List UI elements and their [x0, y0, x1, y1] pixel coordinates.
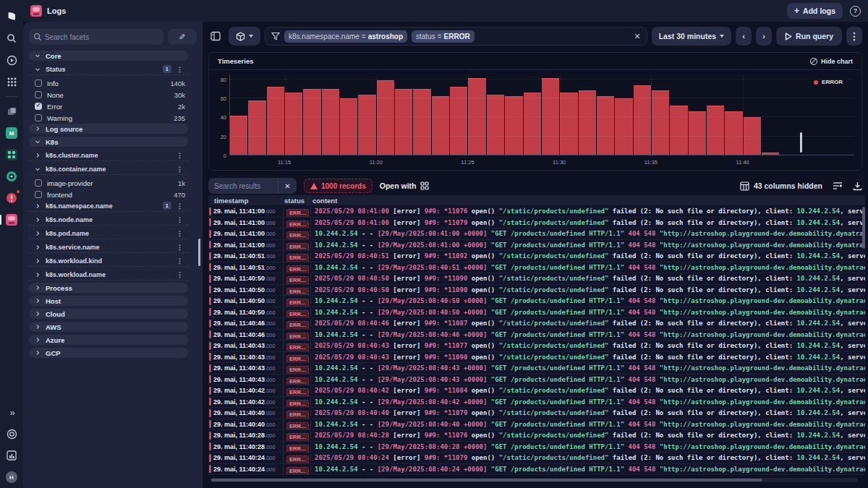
bar[interactable] — [322, 89, 339, 155]
bar[interactable] — [634, 85, 651, 156]
chart-legend[interactable]: ERROR — [814, 79, 843, 85]
wrap-lines-icon[interactable] — [833, 181, 843, 190]
bar[interactable] — [432, 96, 449, 155]
vertical-scrollbar-handle[interactable] — [862, 207, 865, 249]
facet-group-k8s[interactable]: K8s — [29, 137, 188, 147]
table-row[interactable]: 29. mai, 11:40:43.000ERR…10.244.2.54 - -… — [208, 363, 865, 374]
bar[interactable] — [395, 89, 412, 155]
status-badge[interactable]: ERR… — [286, 333, 309, 341]
facet-field-status[interactable]: Status1⋮ — [29, 64, 188, 75]
status-badge[interactable]: ERR… — [286, 231, 309, 239]
table-row[interactable]: 29. mai, 11:40:42.000ERR…2025/05/29 08:4… — [208, 385, 865, 397]
table-row[interactable]: 29. mai, 11:40:50.000ERR…2025/05/29 08:4… — [208, 273, 865, 285]
bar[interactable] — [615, 98, 632, 155]
bar[interactable] — [413, 89, 430, 155]
status-badge[interactable]: ERR… — [286, 276, 309, 284]
download-icon[interactable] — [853, 181, 862, 191]
bar[interactable] — [652, 90, 669, 155]
bar[interactable] — [597, 96, 614, 155]
kebab-menu-icon[interactable]: ⋮ — [176, 166, 182, 173]
checkbox[interactable] — [35, 179, 42, 187]
run-query-button[interactable]: Run query — [776, 27, 842, 46]
table-row[interactable]: 29. mai, 11:40:28.000ERR…10.244.2.54 - -… — [208, 442, 865, 453]
columns-hidden-button[interactable]: 43 columns hidden — [740, 181, 822, 191]
data-source-dropdown[interactable] — [229, 27, 260, 46]
bar[interactable] — [560, 93, 577, 155]
metrics-app-icon[interactable]: M — [4, 126, 19, 140]
bar[interactable] — [689, 111, 706, 155]
add-logs-button[interactable]: Add logs — [787, 3, 843, 19]
status-badge[interactable]: ERR… — [286, 265, 309, 273]
status-badge[interactable]: ERR… — [286, 388, 309, 396]
sidebar-scrollbar[interactable] — [198, 239, 200, 266]
bar[interactable] — [670, 106, 687, 155]
kebab-menu-icon[interactable]: ⋮ — [176, 66, 182, 73]
facet-group-cloud[interactable]: Cloud — [29, 309, 188, 319]
status-badge[interactable]: ERR… — [286, 422, 309, 430]
status-badge[interactable]: ERR… — [286, 254, 309, 262]
table-row[interactable]: 29. mai, 11:41:00.000ERR…10.244.2.54 - -… — [208, 240, 865, 252]
table-row[interactable]: 29. mai, 11:40:43.000ERR…2025/05/29 08:4… — [208, 341, 865, 352]
facet-field-k8s-container-name[interactable]: k8s.container.name⋮ — [29, 163, 188, 175]
facet-option-warning[interactable]: Warning235 — [29, 112, 188, 124]
status-badge[interactable]: ERR… — [286, 299, 309, 307]
horizontal-scrollbar-handle[interactable] — [211, 479, 762, 481]
table-row[interactable]: 29. mai, 11:40:24.000ERR…10.244.2.54 - -… — [208, 464, 865, 476]
table-row[interactable]: 29. mai, 11:40:50.000ERR…10.244.2.54 - -… — [208, 307, 865, 319]
time-range-dropdown[interactable]: Last 30 minutes — [652, 27, 731, 46]
table-row[interactable]: 29. mai, 11:40:51.000ERR…10.244.2.54 - -… — [208, 262, 865, 274]
facet-field-k8s-node-name[interactable]: k8s.node.name⋮ — [29, 214, 188, 226]
status-badge[interactable]: ERR… — [286, 355, 309, 363]
table-row[interactable]: 29. mai, 11:40:24.000ERR…2025/05/29 08:4… — [208, 453, 865, 464]
time-shift-forward-button[interactable]: › — [756, 27, 772, 46]
facet-field-k8s-namespace-name[interactable]: k8s.namespace.name1⋮ — [29, 200, 188, 212]
help-icon[interactable] — [850, 6, 861, 17]
table-row[interactable]: 29. mai, 11:40:42.000ERR…10.244.2.54 - -… — [208, 397, 865, 408]
table-row[interactable]: 29. mai, 11:40:51.000ERR…2025/05/29 08:4… — [208, 251, 865, 262]
kebab-menu-icon[interactable]: ⋮ — [176, 230, 182, 237]
filter-bar[interactable]: k8s.namespace.name=astroshop status=ERRO… — [265, 27, 647, 46]
kebab-menu-icon[interactable]: ⋮ — [176, 244, 182, 251]
facet-option-frontend[interactable]: frontend470 — [29, 189, 188, 200]
kebab-menu-icon[interactable]: ⋮ — [176, 271, 182, 278]
table-row[interactable]: 29. mai, 11:40:40.000ERR…2025/05/29 08:4… — [208, 408, 865, 419]
facet-field-k8s-service-name[interactable]: k8s.service.name⋮ — [29, 241, 188, 253]
checkbox[interactable] — [35, 80, 42, 87]
table-row[interactable]: 29. mai, 11:40:46.000ERR…10.244.2.54 - -… — [208, 330, 865, 341]
facet-field-k8s-cluster-name[interactable]: k8s.cluster.name⋮ — [29, 150, 188, 161]
table-row[interactable]: 29. mai, 11:40:50.000ERR…2025/05/29 08:4… — [208, 285, 865, 296]
facet-option-none[interactable]: None30k — [29, 89, 188, 100]
kebab-menu-icon[interactable]: ⋮ — [176, 216, 182, 223]
bar[interactable] — [707, 106, 724, 155]
bar[interactable] — [579, 90, 596, 155]
releases-icon[interactable] — [4, 448, 19, 463]
facet-field-k8s-workload-name[interactable]: k8s.workload.name⋮ — [29, 269, 188, 281]
facet-field-k8s-workload-kind[interactable]: k8s.workload.kind⋮ — [29, 255, 188, 267]
dynatrace-logo-icon[interactable] — [4, 9, 19, 24]
infrastructure-app-icon[interactable] — [4, 104, 19, 119]
collapse-panel-button[interactable] — [207, 27, 224, 45]
status-badge[interactable]: ERR… — [286, 221, 309, 228]
bar[interactable] — [285, 93, 302, 155]
status-badge[interactable]: ERR… — [286, 366, 309, 374]
bar[interactable] — [377, 80, 394, 155]
logs-app-icon-active[interactable] — [4, 213, 19, 227]
facet-option-info[interactable]: Info140k — [29, 77, 188, 89]
column-header-content[interactable]: content — [308, 197, 865, 205]
dashboards-app-icon[interactable] — [4, 147, 19, 162]
horizontal-scrollbar[interactable] — [210, 478, 858, 482]
table-row[interactable]: 29. mai, 11:40:40.000ERR…10.244.2.54 - -… — [208, 419, 865, 431]
status-badge[interactable]: ERR… — [286, 377, 309, 385]
playback-icon[interactable] — [4, 53, 19, 67]
app-grid-icon[interactable] — [4, 74, 19, 89]
facet-group-core[interactable]: Core — [29, 51, 188, 61]
search-icon[interactable] — [4, 31, 19, 46]
column-header-status[interactable]: status — [281, 197, 308, 205]
facet-group-host[interactable]: Host — [29, 296, 188, 306]
facet-group-aws[interactable]: AWS — [29, 322, 188, 332]
table-row[interactable]: 29. mai, 11:41:00.000ERR…10.244.2.54 - -… — [208, 228, 865, 240]
records-count-badge[interactable]: 1000 records — [304, 179, 373, 193]
status-badge[interactable]: ERR… — [286, 209, 309, 217]
facet-field-k8s-pod-name[interactable]: k8s.pod.name⋮ — [29, 228, 188, 239]
status-badge[interactable]: ERR… — [286, 433, 309, 441]
